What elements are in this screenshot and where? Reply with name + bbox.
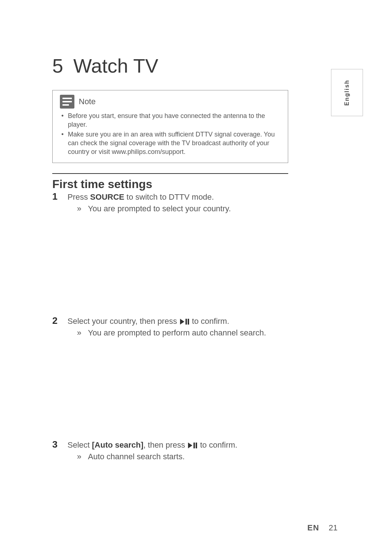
step-body: Select [Auto search], then press to conf… — [68, 440, 237, 462]
chapter-heading: 5Watch TV — [52, 54, 340, 77]
step-sub-text: Auto channel search starts. — [88, 451, 185, 462]
note-box: Note Before you start, ensure that you h… — [52, 90, 288, 163]
step-body: Select your country, then press to confi… — [68, 316, 266, 338]
result-arrow-icon: » — [77, 203, 81, 214]
step-body: Press SOURCE to switch to DTTV mode. » Y… — [68, 192, 231, 214]
step-sub: » Auto channel search starts. — [68, 451, 237, 462]
step-instruction: Press SOURCE to switch to DTTV mode. — [68, 192, 231, 203]
note-body: Before you start, ensure that you have c… — [60, 111, 281, 156]
result-arrow-icon: » — [77, 451, 81, 462]
step-sub: » You are prompted to perform auto chann… — [68, 327, 266, 338]
note-title: Note — [79, 97, 95, 106]
step-number: 3 — [52, 440, 59, 462]
step-2: 2 Select your country, then press to con… — [52, 316, 292, 338]
play-pause-icon — [180, 319, 189, 325]
chapter-title: Watch TV — [73, 55, 158, 77]
note-header: Note — [60, 95, 281, 109]
note-bullet: Make sure you are in an area with suffic… — [68, 130, 281, 156]
step-number: 2 — [52, 316, 59, 338]
play-pause-icon — [188, 443, 197, 448]
language-tab-label: English — [344, 80, 350, 106]
note-icon — [60, 95, 74, 109]
step-instruction: Select your country, then press to confi… — [68, 316, 266, 327]
note-bullet: Before you start, ensure that you have c… — [68, 111, 281, 129]
step-1: 1 Press SOURCE to switch to DTTV mode. »… — [52, 192, 292, 214]
section-heading: First time settings — [52, 178, 340, 191]
step-3: 3 Select [Auto search], then press to co… — [52, 440, 292, 462]
section-rule — [52, 173, 288, 174]
chapter-number: 5 — [52, 54, 63, 77]
step-sub: » You are prompted to select your countr… — [68, 203, 231, 214]
step-number: 1 — [52, 192, 59, 214]
step-instruction: Select [Auto search], then press to conf… — [68, 440, 237, 451]
step-sub-text: You are prompted to perform auto channel… — [88, 327, 266, 338]
steps-list: 1 Press SOURCE to switch to DTTV mode. »… — [52, 192, 292, 462]
step-sub-text: You are prompted to select your country. — [88, 203, 231, 214]
page-footer: EN 21 — [307, 523, 338, 533]
footer-page-number: 21 — [329, 523, 338, 532]
language-tab: English — [331, 69, 363, 116]
footer-lang: EN — [307, 523, 319, 532]
result-arrow-icon: » — [77, 327, 81, 338]
